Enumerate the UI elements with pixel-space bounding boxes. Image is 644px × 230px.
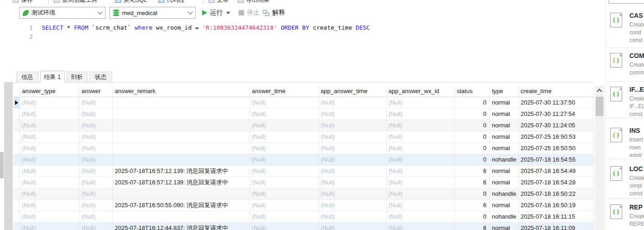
cell-app_answer_time[interactable]: (Null) xyxy=(319,166,387,177)
cell-answer_remark[interactable]: 2025-07-18T16:12:44.837: 消息回复请求中 xyxy=(113,223,250,230)
cell-app_answer_time[interactable]: (Null) xyxy=(319,120,387,131)
row-selector[interactable] xyxy=(14,131,20,143)
cell-answer[interactable]: (Null) xyxy=(80,166,113,177)
cell-answer_type[interactable]: (Null) xyxy=(20,154,80,166)
cell-answer_remark[interactable] xyxy=(113,131,250,143)
cell-type[interactable]: normal xyxy=(490,223,519,230)
cell-app_answer_wx_id[interactable]: (Null) xyxy=(387,188,455,200)
cell-answer_time[interactable]: (Null) xyxy=(250,109,319,120)
cell-answer_time[interactable]: (Null) xyxy=(250,120,319,131)
cell-answer[interactable]: (Null) xyxy=(80,143,113,154)
cell-app_answer_wx_id[interactable]: (Null) xyxy=(387,109,455,120)
row-selector[interactable] xyxy=(14,143,20,154)
cell-answer[interactable]: (Null) xyxy=(80,131,113,143)
cell-create_time[interactable]: 2025-07-18 16:54:49 xyxy=(519,166,593,177)
toolbar-button-5[interactable]: 文本 xyxy=(209,0,229,5)
cell-status[interactable]: 6 xyxy=(455,200,490,211)
cell-answer_type[interactable]: (Null) xyxy=(20,109,80,120)
cell-app_answer_wx_id[interactable]: (Null) xyxy=(387,223,455,230)
cell-status[interactable]: 0 xyxy=(455,109,490,120)
toolbar-button-3[interactable]: 美化SQL xyxy=(115,0,147,5)
grid-vertical-scrollbar[interactable] xyxy=(595,86,604,230)
cell-status[interactable]: 0 xyxy=(455,97,490,109)
scroll-up-icon[interactable] xyxy=(597,89,602,92)
cell-status[interactable]: 6 xyxy=(455,177,490,188)
cell-create_time[interactable]: 2025-07-25 16:50:50 xyxy=(519,143,593,154)
cell-app_answer_time[interactable]: (Null) xyxy=(319,97,387,109)
cell-answer[interactable]: (Null) xyxy=(80,223,113,230)
cell-type[interactable]: normal xyxy=(490,131,519,143)
cell-answer_time[interactable]: (Null) xyxy=(250,166,319,177)
cell-create_time[interactable]: 2025-07-18 16:50:19 xyxy=(519,200,593,211)
row-selector[interactable] xyxy=(14,200,20,211)
cell-create_time[interactable]: 2025-07-30 11:24:05 xyxy=(519,120,593,131)
row-selector[interactable] xyxy=(14,120,20,131)
snippet-card-ife[interactable]: ()IF...ECreateIF...ELconst xyxy=(607,85,644,121)
cell-answer_time[interactable]: (Null) xyxy=(250,223,319,230)
cell-create_time[interactable]: 2025-07-18 16:11:15 xyxy=(519,211,593,223)
cell-answer_type[interactable]: (Null) xyxy=(20,143,80,154)
cell-app_answer_wx_id[interactable]: (Null) xyxy=(387,120,455,131)
tab-结果 1[interactable]: 结果 1 xyxy=(40,71,65,83)
cell-create_time[interactable]: 2025-07-25 16:50:53 xyxy=(519,131,593,143)
row-selector[interactable] xyxy=(14,211,20,223)
cell-app_answer_time[interactable]: (Null) xyxy=(319,188,387,200)
cell-answer[interactable]: (Null) xyxy=(80,97,113,109)
cell-answer_type[interactable]: (Null) xyxy=(20,223,80,230)
cell-app_answer_wx_id[interactable]: (Null) xyxy=(387,143,455,154)
cell-status[interactable]: 6 xyxy=(455,166,490,177)
cell-app_answer_time[interactable]: (Null) xyxy=(319,109,387,120)
cell-app_answer_wx_id[interactable]: (Null) xyxy=(387,166,455,177)
left-scrollbar-thumb[interactable] xyxy=(0,152,4,178)
snippet-card-com[interactable]: ()COMCreatecomm xyxy=(607,51,644,88)
column-header-create_time[interactable]: create_time xyxy=(519,86,593,97)
sql-editor[interactable]: 12SELECT * FROM `scrm_chat` where wx_roo… xyxy=(0,20,594,70)
cell-create_time[interactable]: 2025-07-30 11:27:54 xyxy=(519,109,593,120)
cell-create_time[interactable]: 2025-07-18 16:11:09 xyxy=(519,223,593,230)
column-header-app_answer_wx_id[interactable]: app_answer_wx_id xyxy=(387,86,455,97)
cell-answer_type[interactable]: (Null) xyxy=(20,120,80,131)
cell-app_answer_wx_id[interactable]: (Null) xyxy=(387,211,455,223)
cell-create_time[interactable]: 2025-07-18 16:54:55 xyxy=(519,154,593,166)
cell-create_time[interactable]: 2025-07-18 16:54:28 xyxy=(519,177,593,188)
column-header-type[interactable]: type xyxy=(490,86,519,97)
cell-answer_type[interactable]: (Null) xyxy=(20,211,80,223)
cell-create_time[interactable]: 2025-07-30 11:37:50 xyxy=(519,97,593,109)
cell-answer[interactable]: (Null) xyxy=(80,154,113,166)
cell-answer_time[interactable]: (Null) xyxy=(250,131,319,143)
cell-answer_type[interactable]: (Null) xyxy=(20,131,80,143)
cell-app_answer_time[interactable]: (Null) xyxy=(319,223,387,230)
cell-answer_remark[interactable]: 2025-07-18T16:50:55.090: 消息回复请求中 xyxy=(113,200,250,211)
snippet-card-cas[interactable]: ()CASCreatecondconst xyxy=(607,11,644,47)
column-header-status[interactable]: status xyxy=(455,86,490,97)
row-selector[interactable] xyxy=(14,166,20,177)
cell-status[interactable]: 0 xyxy=(455,211,490,223)
cell-answer_remark[interactable] xyxy=(113,211,250,223)
cell-type[interactable]: normal xyxy=(490,109,519,120)
cell-status[interactable]: 0 xyxy=(455,188,490,200)
cell-answer_remark[interactable] xyxy=(113,188,250,200)
cell-app_answer_time[interactable]: (Null) xyxy=(319,143,387,154)
scrollbar-thumb[interactable] xyxy=(596,97,603,116)
row-selector[interactable] xyxy=(14,177,20,188)
run-dropdown-caret-icon[interactable] xyxy=(226,12,230,14)
cell-answer_time[interactable]: (Null) xyxy=(250,154,319,166)
database-select[interactable]: med_medical xyxy=(109,7,196,19)
cell-answer_time[interactable]: (Null) xyxy=(250,143,319,154)
snippet-card-loc[interactable]: ()LOCCreatesimplconst xyxy=(607,164,644,201)
stop-button[interactable]: 停止 xyxy=(239,7,260,19)
cell-app_answer_wx_id[interactable]: (Null) xyxy=(387,200,455,211)
cell-app_answer_wx_id[interactable]: (Null) xyxy=(387,131,455,143)
explain-button[interactable]: 解释 xyxy=(263,7,285,19)
cell-answer_remark[interactable] xyxy=(113,154,250,166)
cell-answer_type[interactable]: (Null) xyxy=(20,177,80,188)
cell-app_answer_time[interactable]: (Null) xyxy=(319,211,387,223)
cell-answer_remark[interactable] xyxy=(113,109,250,120)
cell-create_time[interactable]: 2025-07-18 16:50:22 xyxy=(519,188,593,200)
cell-type[interactable]: normal xyxy=(490,177,519,188)
cell-app_answer_time[interactable]: (Null) xyxy=(319,200,387,211)
cell-type[interactable]: nohandle xyxy=(490,154,519,166)
cell-answer_type[interactable]: (Null) xyxy=(20,97,80,109)
column-header-answer_type[interactable]: answer_type xyxy=(20,86,80,97)
cell-answer_time[interactable]: (Null) xyxy=(250,188,319,200)
